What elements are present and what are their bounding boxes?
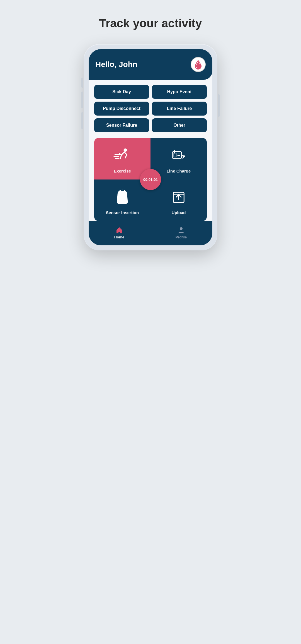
line-charge-icon — [169, 146, 188, 165]
upload-label: Upload — [172, 210, 186, 215]
app-header: Hello, John — [89, 49, 212, 80]
line-failure-button[interactable]: Line Failure — [152, 102, 207, 116]
app-logo[interactable] — [191, 57, 206, 72]
phone-screen: Hello, John Sick Day Hypo Event Pump Dis… — [89, 49, 212, 245]
greeting-text: Hello, John — [95, 60, 137, 69]
phone-shell: Hello, John Sick Day Hypo Event Pump Dis… — [84, 44, 217, 250]
svg-point-1 — [123, 149, 127, 152]
pump-disconnect-button[interactable]: Pump Disconnect — [94, 102, 149, 116]
bottom-nav: Home Profile — [89, 221, 212, 245]
sensor-insertion-icon — [113, 187, 132, 207]
timer-value: 00:01:01 — [143, 178, 158, 182]
sick-day-button[interactable]: Sick Day — [94, 85, 149, 99]
sensor-insertion-label: Sensor Insertion — [106, 210, 139, 215]
svg-point-9 — [180, 227, 183, 230]
activity-grid: Exercise L — [94, 138, 207, 221]
nav-home[interactable]: Home — [114, 226, 124, 239]
profile-icon — [177, 226, 185, 234]
nav-profile[interactable]: Profile — [176, 226, 187, 239]
timer-badge: 00:01:01 — [140, 169, 161, 190]
blood-drop-icon — [194, 59, 203, 70]
home-icon — [115, 226, 123, 234]
line-charge-label: Line Charge — [167, 169, 191, 173]
nav-profile-label: Profile — [176, 235, 187, 239]
nav-home-label: Home — [114, 235, 124, 239]
quick-actions-grid: Sick Day Hypo Event Pump Disconnect Line… — [89, 80, 212, 135]
hypo-event-button[interactable]: Hypo Event — [152, 85, 207, 99]
upload-icon — [169, 187, 188, 207]
svg-point-0 — [199, 63, 201, 64]
other-button[interactable]: Other — [152, 118, 207, 132]
page-title: Track your activity — [99, 17, 202, 30]
exercise-icon — [113, 146, 132, 165]
sensor-failure-button[interactable]: Sensor Failure — [94, 118, 149, 132]
exercise-label: Exercise — [114, 169, 131, 173]
